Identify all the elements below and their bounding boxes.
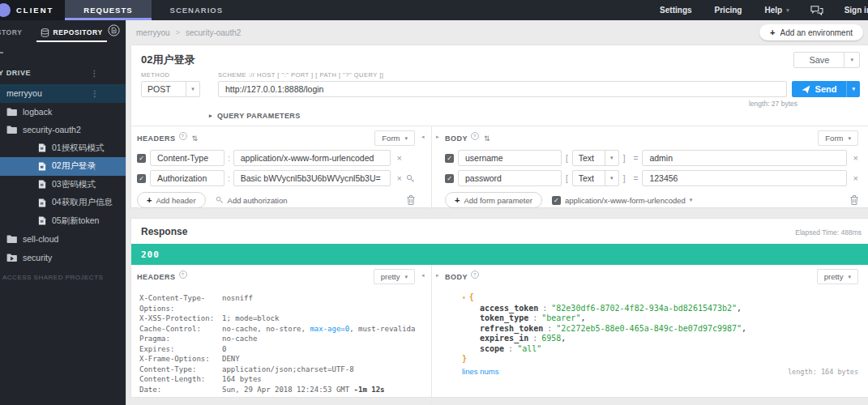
encoding-checkbox[interactable] (552, 196, 561, 205)
header-value-input[interactable] (233, 170, 391, 186)
body-view-select[interactable]: Form (818, 130, 858, 146)
sidebar-item-05[interactable]: 05刷新token (0, 212, 126, 231)
settings-link[interactable]: Settings (648, 6, 703, 15)
sidebar-item-sell-cloud[interactable]: sell-cloud (0, 230, 126, 249)
add-form-parameter-button[interactable]: + Add form parameter (445, 192, 542, 208)
request-length: length: 27 bytes (131, 97, 868, 108)
response-headers-list: X-Content-Type-Options: nosniff X-XSS-Pr… (137, 293, 415, 394)
pane-divider (431, 126, 432, 208)
response-header-row: Expires: 0 (137, 344, 415, 355)
header-checkbox[interactable] (137, 174, 146, 183)
param-name-input[interactable] (458, 150, 562, 166)
file-icon (38, 180, 46, 189)
create-project-icon[interactable] (108, 24, 120, 40)
sidebar-filter-row (0, 45, 126, 61)
response-body-view-select[interactable]: pretty (817, 269, 858, 284)
header-value-input[interactable] (233, 150, 391, 166)
headers-title: HEADERS (137, 134, 199, 143)
param-type-select[interactable]: Text (572, 170, 619, 186)
sort-icon[interactable] (192, 134, 199, 143)
sidebar-item-security-oauth2[interactable]: security-oauth2 (0, 121, 126, 139)
url-input[interactable] (218, 81, 787, 97)
send-button-main[interactable]: Send (792, 81, 847, 97)
param-checkbox[interactable] (445, 174, 454, 183)
collapse-right-icon[interactable] (436, 272, 439, 279)
pricing-link[interactable]: Pricing (703, 6, 754, 15)
collapse-left-icon[interactable] (421, 272, 425, 279)
query-parameters-toggle[interactable]: QUERY PARAMETERS (131, 108, 868, 126)
save-button-main[interactable]: Save (794, 53, 844, 67)
json-entry: access_token:"82e30df6-8702-4f82-934a-bd… (462, 304, 858, 314)
remove-icon[interactable] (397, 154, 402, 163)
help-icon[interactable] (471, 132, 479, 140)
response-body-pane: BODY pretty { access_token:"82e30df6-870… (432, 265, 868, 405)
sidebar-item-01[interactable]: 01授权码模式 (0, 139, 126, 158)
sort-icon[interactable] (484, 134, 490, 143)
collapse-right-icon[interactable] (436, 134, 439, 140)
param-type-select[interactable]: Text (572, 150, 619, 166)
elapsed-time: Elapsed Time: 488ms (795, 228, 862, 237)
sidebar-item-03[interactable]: 03密码模式 (0, 176, 126, 194)
key-icon[interactable] (406, 174, 415, 183)
request-split: HEADERS Form : (131, 126, 868, 208)
sidebar-item-security[interactable]: security (0, 249, 126, 267)
help-menu[interactable]: Help (753, 6, 800, 15)
send-dropdown[interactable] (846, 81, 860, 97)
trash-icon[interactable] (407, 195, 415, 205)
response-header-row: X-Frame-Options: DENY (137, 354, 415, 364)
sidebar-item-merryyou[interactable]: merryyou (0, 84, 126, 103)
breadcrumb-project[interactable]: merryyou (136, 28, 170, 37)
request-headers-pane: HEADERS Form : (131, 126, 431, 208)
add-header-button[interactable]: + Add header (137, 192, 206, 208)
help-icon[interactable] (179, 271, 187, 279)
chat-icon[interactable] (801, 5, 833, 16)
collapse-node-icon[interactable] (462, 294, 466, 301)
encoding-toggle[interactable]: application/x-www-form-urlencoded (552, 196, 692, 205)
header-name-input[interactable] (150, 170, 224, 186)
chevron-down-icon (610, 155, 614, 161)
help-icon[interactable] (471, 271, 479, 279)
headers-view-select[interactable]: Form (374, 130, 415, 146)
paper-plane-icon (802, 85, 810, 94)
tab-requests[interactable]: REQUESTS (65, 0, 151, 20)
sign-in-link[interactable]: Sign in (833, 6, 868, 15)
add-authorization-button[interactable]: Add authorization (216, 196, 288, 205)
response-header-row: Cache-Control: no-cache, no-store, max-a… (137, 324, 415, 335)
add-environment-button[interactable]: + Add an environment (759, 24, 863, 40)
tab-scenarios[interactable]: SCENARIOS (152, 0, 242, 20)
chevron-down-icon[interactable] (186, 82, 199, 96)
tab-repository[interactable]: REPOSITORY (32, 20, 112, 45)
help-icon[interactable] (179, 132, 187, 140)
param-value-input[interactable] (642, 170, 846, 186)
access-shared-projects[interactable]: ACCESS SHARED PROJECTS (0, 274, 126, 281)
method-select[interactable]: POST (141, 81, 200, 97)
param-name-input[interactable] (458, 170, 562, 186)
trash-icon[interactable] (850, 195, 858, 205)
plus-icon: + (770, 28, 775, 37)
breadcrumb-folder[interactable]: security-oauth2 (186, 28, 241, 37)
my-drive-header[interactable]: MY DRIVE (0, 61, 126, 84)
response-headers-view-select[interactable]: pretty (374, 269, 415, 284)
remove-icon[interactable] (853, 154, 858, 163)
kebab-menu-icon[interactable] (91, 89, 99, 98)
database-icon (41, 28, 49, 37)
sidebar-item-04[interactable]: 04获取用户信息 (0, 194, 126, 212)
tab-history[interactable]: HISTORY (0, 20, 32, 45)
breadcrumb-separator: > (176, 28, 180, 36)
sidebar-item-logback[interactable]: logback (0, 103, 126, 122)
param-checkbox[interactable] (445, 154, 454, 163)
kebab-menu-icon[interactable] (90, 68, 99, 77)
kebab-menu-icon[interactable] (91, 162, 99, 171)
lines-nums-link[interactable]: lines nums (462, 367, 498, 377)
top-navbar: CLIENT REQUESTS SCENARIOS Settings Prici… (0, 0, 868, 20)
send-button: Send (792, 81, 860, 97)
header-checkbox[interactable] (137, 154, 146, 163)
sidebar-item-02[interactable]: 02用户登录 (0, 157, 126, 176)
chevron-down-icon (850, 57, 853, 63)
response-header-row: X-Content-Type-Options: nosniff (137, 293, 415, 313)
remove-icon[interactable] (853, 174, 858, 183)
collapse-left-icon[interactable] (421, 134, 425, 140)
param-value-input[interactable] (642, 150, 846, 166)
header-name-input[interactable] (150, 150, 224, 166)
save-dropdown[interactable] (844, 53, 859, 67)
